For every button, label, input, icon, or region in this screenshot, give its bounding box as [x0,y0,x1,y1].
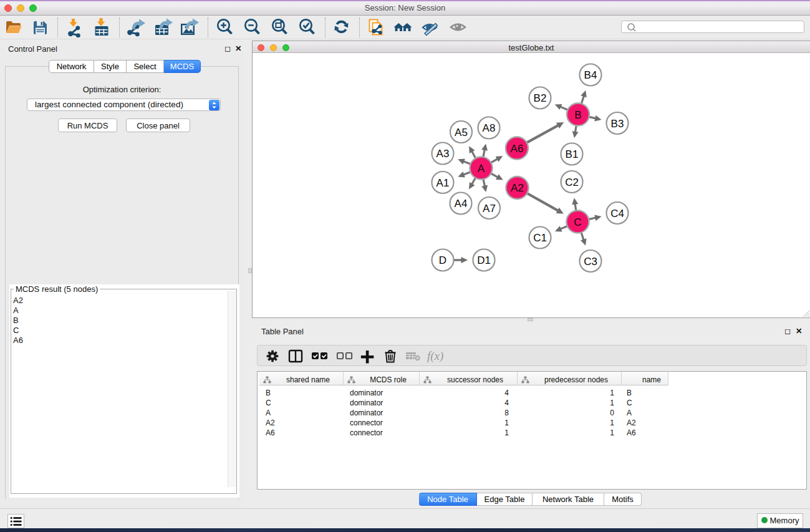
svg-text:D: D [439,254,446,266]
svg-text:B4: B4 [584,69,597,81]
svg-text:B: B [574,109,581,121]
svg-text:A1: A1 [436,177,450,189]
svg-text:B2: B2 [534,92,547,104]
svg-text:C3: C3 [584,256,597,268]
svg-text:B1: B1 [566,148,579,160]
svg-text:A7: A7 [483,203,496,215]
svg-text:A: A [478,163,485,175]
svg-text:A5: A5 [455,127,468,138]
svg-text:A2: A2 [511,182,524,194]
svg-text:C2: C2 [565,177,579,188]
svg-text:A3: A3 [436,148,450,160]
svg-text:A8: A8 [483,122,496,134]
svg-text:C4: C4 [610,208,624,220]
svg-text:C1: C1 [533,232,547,244]
svg-text:C: C [574,216,581,228]
svg-text:B3: B3 [611,118,624,130]
svg-text:D1: D1 [477,254,491,266]
svg-text:f(x): f(x) [427,349,443,363]
svg-text:A4: A4 [455,198,468,210]
svg-text:A6: A6 [511,143,524,155]
